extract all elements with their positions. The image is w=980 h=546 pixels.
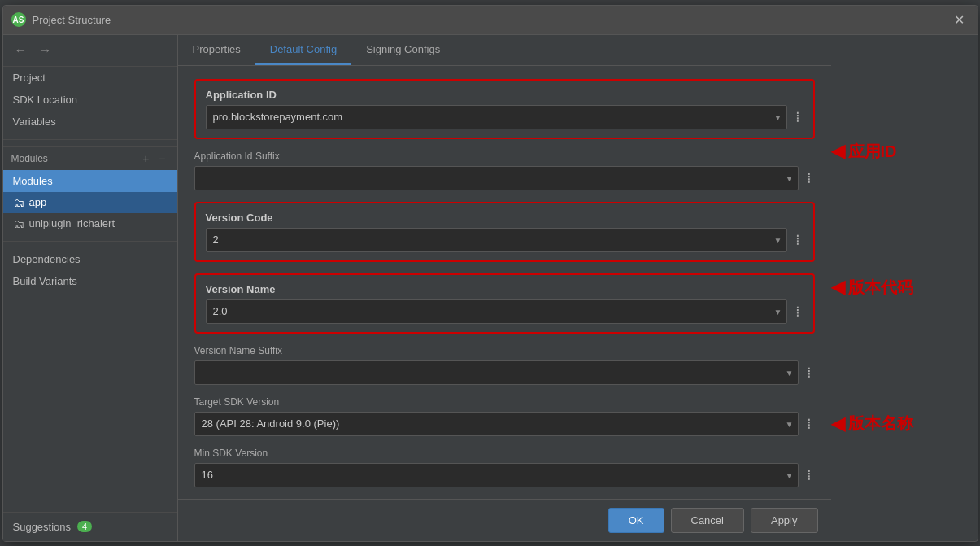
application-id-suffix-dropdown[interactable] [194, 166, 799, 190]
bottom-bar: OK Cancel Apply [178, 499, 831, 541]
project-structure-dialog: AS Project Structure ✕ ← → Project SDK L… [2, 5, 978, 542]
module-item-uniplugin[interactable]: 🗂 uniplugin_richalert [3, 213, 177, 234]
forward-arrow[interactable]: → [36, 41, 55, 59]
version-code-row: 2 ▼ ⁞ [206, 228, 804, 252]
module-item-app[interactable]: 🗂 app [3, 192, 177, 213]
target-sdk-row: 28 (API 28: Android 9.0 (Pie)) ▼ ⁞ [194, 412, 815, 436]
cancel-button[interactable]: Cancel [671, 508, 744, 533]
version-name-suffix-row: ▼ ⁞ [194, 360, 815, 385]
application-id-row: pro.blockstorepayment.com ▼ ⁞ [206, 105, 804, 129]
nav-arrows: ← → [3, 35, 177, 67]
form-area: Application ID pro.blockstorepayment.com… [178, 66, 831, 499]
target-sdk-label: Target SDK Version [194, 396, 815, 408]
tab-default-config[interactable]: Default Config [255, 35, 351, 65]
application-id-dropdown-wrap: pro.blockstorepayment.com ▼ [206, 105, 787, 129]
application-id-suffix-wrap: ▼ [194, 166, 799, 190]
application-id-edit-button[interactable]: ⁞ [792, 108, 804, 126]
ok-button[interactable]: OK [608, 508, 664, 533]
version-name-wrap: 2.0 ▼ [206, 299, 787, 324]
application-id-group: Application ID pro.blockstorepayment.com… [194, 79, 815, 139]
min-sdk-edit-button[interactable]: ⁞ [804, 466, 815, 484]
annotation-app-id: ◀ 应用ID [831, 141, 978, 163]
target-sdk-wrap: 28 (API 28: Android 9.0 (Pie)) ▼ [194, 412, 799, 436]
divider [3, 139, 177, 140]
folder-icon-2: 🗂 [13, 217, 24, 230]
min-sdk-group: Min SDK Version 16 ▼ ⁞ [194, 448, 815, 487]
min-sdk-row: 16 ▼ ⁞ [194, 463, 815, 487]
main-area: ← → Project SDK Location Variables Modul… [3, 35, 978, 541]
annotation-version-code: ◀ 版本代码 [831, 277, 978, 299]
arrow-icon-3: ◀ [831, 413, 845, 435]
sidebar-item-sdk-location[interactable]: SDK Location [3, 89, 177, 111]
content-wrapper: Properties Default Config Signing Config… [178, 35, 978, 541]
application-id-suffix-edit-button[interactable]: ⁞ [804, 169, 815, 187]
sidebar-item-project[interactable]: Project [3, 67, 177, 89]
modules-header: Modules + − [3, 146, 177, 170]
tab-properties[interactable]: Properties [178, 35, 255, 65]
sidebar-item-modules[interactable]: Modules [3, 170, 177, 192]
min-sdk-wrap: 16 ▼ [194, 463, 799, 487]
title-bar: AS Project Structure ✕ [3, 6, 978, 35]
suggestions-badge: 4 [77, 521, 92, 532]
version-name-label: Version Name [206, 283, 804, 295]
annotation-version-name: ◀ 版本名称 [831, 413, 978, 435]
target-sdk-edit-button[interactable]: ⁞ [804, 415, 815, 433]
version-name-edit-button[interactable]: ⁞ [792, 303, 804, 321]
version-name-suffix-wrap: ▼ [194, 360, 799, 385]
sidebar-item-dependencies[interactable]: Dependencies [3, 248, 177, 270]
sidebar-item-variables[interactable]: Variables [3, 111, 177, 133]
target-sdk-group: Target SDK Version 28 (API 28: Android 9… [194, 396, 815, 436]
version-code-label: Version Code [206, 212, 804, 224]
version-name-suffix-label: Version Name Suffix [194, 345, 815, 356]
application-id-suffix-label: Application Id Suffix [194, 151, 815, 162]
annotation-panel: ◀ 应用ID ◀ 版本代码 ◀ 版本名称 [831, 35, 978, 541]
apply-button[interactable]: Apply [751, 508, 818, 533]
add-module-button[interactable]: + [139, 152, 152, 165]
version-name-group: Version Name 2.0 ▼ ⁞ [194, 273, 815, 334]
sidebar-item-build-variants[interactable]: Build Variants [3, 270, 177, 292]
modules-toolbar: + − [139, 152, 168, 165]
arrow-icon-2: ◀ [831, 277, 845, 298]
application-id-dropdown[interactable]: pro.blockstorepayment.com [206, 105, 787, 129]
sidebar-bottom: Suggestions 4 [3, 512, 177, 541]
application-id-label: Application ID [206, 89, 804, 101]
version-code-wrap: 2 ▼ [206, 228, 787, 252]
folder-icon: 🗂 [13, 196, 24, 209]
version-name-dropdown[interactable]: 2.0 [206, 299, 787, 324]
content-area: Properties Default Config Signing Config… [178, 35, 831, 541]
tab-signing-configs[interactable]: Signing Configs [351, 35, 455, 65]
version-name-row: 2.0 ▼ ⁞ [206, 299, 804, 324]
dialog-title: Project Structure [33, 14, 949, 26]
sidebar: ← → Project SDK Location Variables Modul… [3, 35, 178, 541]
tabs: Properties Default Config Signing Config… [178, 35, 831, 66]
app-icon: AS [11, 12, 26, 27]
version-code-group: Version Code 2 ▼ ⁞ [194, 202, 815, 262]
modules-label: Modules [11, 153, 140, 164]
close-button[interactable]: ✕ [949, 11, 969, 29]
arrow-icon-1: ◀ [831, 141, 845, 162]
application-id-suffix-group: Application Id Suffix ▼ ⁞ [194, 151, 815, 190]
application-id-suffix-row: ▼ ⁞ [194, 166, 815, 190]
min-sdk-label: Min SDK Version [194, 448, 815, 459]
version-name-suffix-group: Version Name Suffix ▼ ⁞ [194, 345, 815, 385]
version-name-suffix-edit-button[interactable]: ⁞ [804, 364, 815, 382]
version-code-edit-button[interactable]: ⁞ [792, 231, 804, 249]
remove-module-button[interactable]: − [155, 152, 168, 165]
back-arrow[interactable]: ← [11, 41, 31, 59]
suggestions-item[interactable]: Suggestions 4 [13, 521, 168, 533]
min-sdk-dropdown[interactable]: 16 [194, 463, 799, 487]
divider-2 [3, 241, 177, 242]
target-sdk-dropdown[interactable]: 28 (API 28: Android 9.0 (Pie)) [194, 412, 799, 436]
version-name-suffix-dropdown[interactable] [194, 360, 799, 385]
version-code-dropdown[interactable]: 2 [206, 228, 787, 252]
